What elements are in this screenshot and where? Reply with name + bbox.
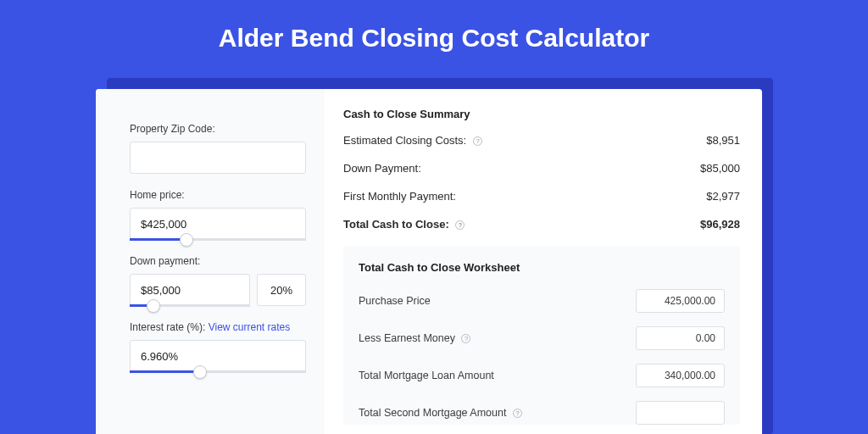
- calculator-card: Property Zip Code: Home price: Down paym…: [96, 89, 762, 434]
- ws-row-purchase-price: Purchase Price: [359, 289, 725, 313]
- slider-thumb[interactable]: [147, 299, 160, 313]
- summary-label: Down Payment:: [343, 162, 421, 175]
- ws-label: Less Earnest Money ?: [359, 332, 470, 344]
- home-price-input[interactable]: [130, 208, 306, 240]
- zip-input[interactable]: [130, 142, 306, 174]
- summary-value: $8,951: [706, 134, 740, 147]
- help-icon[interactable]: ?: [461, 334, 470, 343]
- summary-row-closing-costs: Estimated Closing Costs: ? $8,951: [343, 134, 740, 147]
- page-title: Alder Bend Closing Cost Calculator: [0, 0, 868, 73]
- zip-label: Property Zip Code:: [130, 123, 306, 135]
- summary-value: $2,977: [706, 190, 740, 203]
- summary-label: Total Cash to Close: ?: [343, 218, 465, 231]
- ws-input-second-mortgage[interactable]: [636, 401, 725, 425]
- summary-label-text: Estimated Closing Costs:: [343, 134, 466, 147]
- down-payment-label: Down payment:: [130, 255, 306, 267]
- view-rates-link[interactable]: View current rates: [209, 321, 291, 333]
- interest-input[interactable]: [130, 340, 306, 372]
- summary-value: $85,000: [700, 162, 740, 175]
- ws-row-loan-amount: Total Mortgage Loan Amount: [359, 364, 725, 387]
- summary-label: First Monthly Payment:: [343, 190, 456, 203]
- summary-total-label-text: Total Cash to Close:: [343, 218, 449, 231]
- ws-row-second-mortgage: Total Second Mortgage Amount ?: [359, 401, 725, 425]
- slider-thumb[interactable]: [180, 233, 193, 247]
- interest-label: Interest rate (%): View current rates: [130, 321, 306, 333]
- summary-row-first-payment: First Monthly Payment: $2,977: [343, 190, 740, 203]
- help-icon[interactable]: ?: [473, 136, 482, 146]
- slider-thumb[interactable]: [193, 365, 207, 379]
- worksheet-title: Total Cash to Close Worksheet: [359, 261, 725, 274]
- input-panel: Property Zip Code: Home price: Down paym…: [96, 89, 325, 434]
- ws-label-text: Less Earnest Money: [359, 332, 455, 344]
- help-icon[interactable]: ?: [513, 409, 522, 418]
- home-price-slider[interactable]: [130, 208, 306, 240]
- summary-label: Estimated Closing Costs: ?: [343, 134, 482, 147]
- worksheet-panel: Total Cash to Close Worksheet Purchase P…: [343, 246, 740, 425]
- summary-row-total: Total Cash to Close: ? $96,928: [343, 218, 740, 231]
- ws-label-text: Total Second Mortgage Amount: [359, 407, 506, 419]
- home-price-label: Home price:: [130, 189, 306, 201]
- ws-row-earnest-money: Less Earnest Money ?: [359, 326, 725, 350]
- ws-input-purchase-price[interactable]: [636, 289, 725, 313]
- ws-label: Total Second Mortgage Amount ?: [359, 407, 522, 419]
- ws-label: Purchase Price: [359, 295, 431, 307]
- results-panel: Cash to Close Summary Estimated Closing …: [325, 89, 762, 434]
- slider-fill: [130, 238, 186, 241]
- interest-slider[interactable]: [130, 340, 306, 372]
- ws-label: Total Mortgage Loan Amount: [359, 370, 494, 381]
- ws-input-earnest-money[interactable]: [636, 326, 725, 350]
- home-price-field: Home price:: [130, 189, 306, 240]
- summary-row-down-payment: Down Payment: $85,000: [343, 162, 740, 175]
- interest-field: Interest rate (%): View current rates: [130, 321, 306, 372]
- down-payment-pct-wrap: [257, 274, 306, 306]
- summary-total-value: $96,928: [700, 218, 740, 231]
- ws-input-loan-amount[interactable]: [636, 364, 725, 387]
- slider-fill: [130, 370, 200, 373]
- summary-title: Cash to Close Summary: [343, 108, 740, 120]
- interest-label-text: Interest rate (%):: [130, 321, 205, 333]
- down-payment-pct-input[interactable]: [257, 274, 306, 306]
- help-icon[interactable]: ?: [455, 220, 465, 230]
- down-payment-slider[interactable]: [130, 274, 250, 306]
- zip-field: Property Zip Code:: [130, 123, 306, 174]
- down-payment-field: Down payment:: [130, 255, 306, 306]
